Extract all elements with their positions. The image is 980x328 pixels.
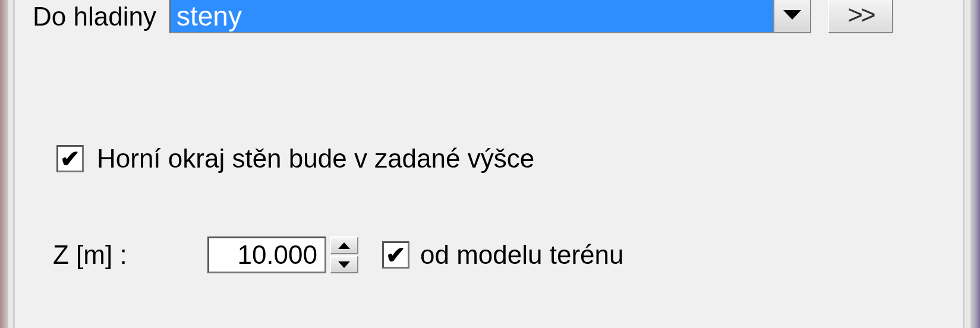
z-label: Z [m] : <box>53 240 207 270</box>
chevron-down-icon <box>338 261 350 268</box>
top-edge-checkbox-label: Horní okraj stěn bude v zadané výšce <box>97 144 534 174</box>
check-icon: ✔ <box>386 243 406 267</box>
layer-combobox[interactable]: steny <box>169 0 811 33</box>
check-icon: ✔ <box>60 147 80 171</box>
chevron-down-icon <box>783 10 801 20</box>
z-spin-down-button[interactable] <box>330 256 358 273</box>
chevron-up-icon <box>338 242 350 249</box>
from-terrain-checkbox-label: od modelu terénu <box>420 240 623 270</box>
layer-combobox-button[interactable] <box>773 0 810 32</box>
from-terrain-checkbox[interactable]: ✔ <box>382 241 409 269</box>
top-edge-checkbox[interactable]: ✔ <box>56 145 84 172</box>
layer-more-button[interactable]: >> <box>828 0 893 33</box>
dialog-panel: Do hladiny steny >> ✔ Horní okraj stěn b… <box>13 0 965 328</box>
z-spin-up-button[interactable] <box>330 236 358 254</box>
layer-label: Do hladiny <box>33 0 169 31</box>
z-input[interactable]: 10.000 <box>207 236 326 273</box>
z-spinner: 10.000 <box>207 236 358 273</box>
layer-combobox-value: steny <box>171 0 773 32</box>
